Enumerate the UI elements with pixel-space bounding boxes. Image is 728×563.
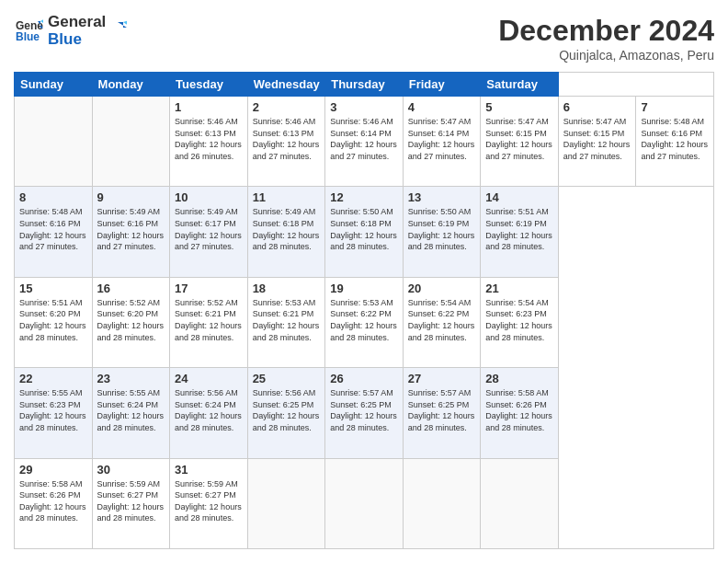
day-info: Sunrise: 5:59 AMSunset: 6:27 PMDaylight:… xyxy=(97,478,165,524)
day-info: Sunrise: 5:49 AMSunset: 6:16 PMDaylight:… xyxy=(97,206,165,252)
location: Quinjalca, Amazonas, Peru xyxy=(498,48,714,63)
day-number: 7 xyxy=(641,100,709,114)
calendar-cell: 9Sunrise: 5:49 AMSunset: 6:16 PMDaylight… xyxy=(92,187,170,277)
day-info: Sunrise: 5:46 AMSunset: 6:14 PMDaylight:… xyxy=(330,116,398,162)
day-number: 16 xyxy=(97,282,165,295)
calendar-cell xyxy=(247,458,325,548)
day-info: Sunrise: 5:48 AMSunset: 6:16 PMDaylight:… xyxy=(19,206,87,252)
calendar: SundayMondayTuesdayWednesdayThursdayFrid… xyxy=(14,72,714,549)
day-number: 22 xyxy=(19,372,87,385)
day-number: 18 xyxy=(253,282,321,295)
day-number: 12 xyxy=(330,190,398,204)
calendar-cell: 14Sunrise: 5:51 AMSunset: 6:19 PMDayligh… xyxy=(481,187,559,277)
calendar-cell: 30Sunrise: 5:59 AMSunset: 6:27 PMDayligh… xyxy=(92,458,170,548)
weekday-header-saturday: Saturday xyxy=(481,73,559,97)
day-number: 4 xyxy=(408,100,476,114)
day-number: 11 xyxy=(253,190,321,204)
calendar-cell: 8Sunrise: 5:48 AMSunset: 6:16 PMDaylight… xyxy=(15,187,93,277)
day-info: Sunrise: 5:57 AMSunset: 6:25 PMDaylight:… xyxy=(330,387,398,433)
day-number: 26 xyxy=(330,372,398,385)
weekday-header-wednesday: Wednesday xyxy=(247,73,325,97)
day-number: 3 xyxy=(330,100,398,114)
calendar-cell: 10Sunrise: 5:49 AMSunset: 6:17 PMDayligh… xyxy=(170,187,248,277)
day-number: 2 xyxy=(253,100,321,114)
day-info: Sunrise: 5:52 AMSunset: 6:20 PMDaylight:… xyxy=(97,297,165,343)
calendar-cell: 13Sunrise: 5:50 AMSunset: 6:19 PMDayligh… xyxy=(403,187,481,277)
calendar-cell: 16Sunrise: 5:52 AMSunset: 6:20 PMDayligh… xyxy=(92,277,170,367)
day-info: Sunrise: 5:46 AMSunset: 6:13 PMDaylight:… xyxy=(175,116,243,162)
calendar-cell: 25Sunrise: 5:56 AMSunset: 6:25 PMDayligh… xyxy=(247,368,325,458)
calendar-cell: 27Sunrise: 5:57 AMSunset: 6:25 PMDayligh… xyxy=(403,368,481,458)
day-number: 5 xyxy=(485,100,553,114)
day-number: 21 xyxy=(485,282,553,295)
day-info: Sunrise: 5:50 AMSunset: 6:18 PMDaylight:… xyxy=(330,206,398,252)
day-number: 1 xyxy=(175,100,243,114)
weekday-header-monday: Monday xyxy=(92,73,170,97)
header: General Blue General Blue December 2024 … xyxy=(14,14,714,63)
calendar-cell: 1Sunrise: 5:46 AMSunset: 6:13 PMDaylight… xyxy=(170,97,248,187)
logo: General Blue General Blue xyxy=(14,14,127,48)
svg-marker-5 xyxy=(123,20,127,26)
day-number: 25 xyxy=(253,372,321,385)
calendar-cell-empty xyxy=(92,97,170,187)
day-info: Sunrise: 5:49 AMSunset: 6:17 PMDaylight:… xyxy=(175,206,243,252)
logo-line1: General xyxy=(48,14,106,31)
weekday-header-tuesday: Tuesday xyxy=(170,73,248,97)
day-info: Sunrise: 5:50 AMSunset: 6:19 PMDaylight:… xyxy=(408,206,476,252)
calendar-cell xyxy=(481,458,559,548)
day-info: Sunrise: 5:52 AMSunset: 6:21 PMDaylight:… xyxy=(175,297,243,343)
day-number: 15 xyxy=(19,282,87,295)
calendar-cell: 19Sunrise: 5:53 AMSunset: 6:22 PMDayligh… xyxy=(325,277,404,367)
calendar-cell: 31Sunrise: 5:59 AMSunset: 6:27 PMDayligh… xyxy=(170,458,248,548)
day-info: Sunrise: 5:46 AMSunset: 6:13 PMDaylight:… xyxy=(253,116,321,162)
day-number: 28 xyxy=(485,372,553,385)
day-info: Sunrise: 5:53 AMSunset: 6:21 PMDaylight:… xyxy=(253,297,321,343)
title-block: December 2024 Quinjalca, Amazonas, Peru xyxy=(498,14,714,63)
logo-icon: General Blue xyxy=(16,16,43,43)
day-info: Sunrise: 5:47 AMSunset: 6:14 PMDaylight:… xyxy=(408,116,476,162)
day-info: Sunrise: 5:58 AMSunset: 6:26 PMDaylight:… xyxy=(485,387,553,433)
day-info: Sunrise: 5:53 AMSunset: 6:22 PMDaylight:… xyxy=(330,297,398,343)
day-number: 17 xyxy=(175,282,243,295)
day-number: 23 xyxy=(97,372,165,385)
day-number: 14 xyxy=(485,190,553,204)
day-info: Sunrise: 5:56 AMSunset: 6:24 PMDaylight:… xyxy=(175,387,243,433)
calendar-cell: 26Sunrise: 5:57 AMSunset: 6:25 PMDayligh… xyxy=(325,368,404,458)
calendar-cell: 3Sunrise: 5:46 AMSunset: 6:14 PMDaylight… xyxy=(325,97,404,187)
calendar-cell: 18Sunrise: 5:53 AMSunset: 6:21 PMDayligh… xyxy=(247,277,325,367)
day-info: Sunrise: 5:51 AMSunset: 6:20 PMDaylight:… xyxy=(19,297,87,343)
calendar-cell: 29Sunrise: 5:58 AMSunset: 6:26 PMDayligh… xyxy=(15,458,93,548)
day-number: 27 xyxy=(408,372,476,385)
calendar-cell: 5Sunrise: 5:47 AMSunset: 6:15 PMDaylight… xyxy=(481,97,559,187)
day-number: 31 xyxy=(175,463,243,477)
day-number: 10 xyxy=(175,190,243,204)
day-info: Sunrise: 5:49 AMSunset: 6:18 PMDaylight:… xyxy=(253,206,321,252)
day-info: Sunrise: 5:55 AMSunset: 6:23 PMDaylight:… xyxy=(19,387,87,433)
month-title: December 2024 xyxy=(498,14,714,48)
day-number: 24 xyxy=(175,372,243,385)
logo-line2: Blue xyxy=(48,31,106,49)
calendar-cell: 17Sunrise: 5:52 AMSunset: 6:21 PMDayligh… xyxy=(170,277,248,367)
page: General Blue General Blue December 2024 … xyxy=(0,0,728,563)
day-info: Sunrise: 5:47 AMSunset: 6:15 PMDaylight:… xyxy=(563,116,631,162)
day-info: Sunrise: 5:54 AMSunset: 6:23 PMDaylight:… xyxy=(485,297,553,343)
day-info: Sunrise: 5:47 AMSunset: 6:15 PMDaylight:… xyxy=(485,116,553,162)
calendar-cell: 4Sunrise: 5:47 AMSunset: 6:14 PMDaylight… xyxy=(403,97,481,187)
calendar-cell: 15Sunrise: 5:51 AMSunset: 6:20 PMDayligh… xyxy=(15,277,93,367)
calendar-cell: 2Sunrise: 5:46 AMSunset: 6:13 PMDaylight… xyxy=(247,97,325,187)
calendar-cell: 23Sunrise: 5:55 AMSunset: 6:24 PMDayligh… xyxy=(92,368,170,458)
day-info: Sunrise: 5:54 AMSunset: 6:22 PMDaylight:… xyxy=(408,297,476,343)
day-number: 9 xyxy=(97,190,165,204)
weekday-header-friday: Friday xyxy=(403,73,481,97)
day-number: 20 xyxy=(408,282,476,295)
calendar-cell xyxy=(403,458,481,548)
calendar-cell: 7Sunrise: 5:48 AMSunset: 6:16 PMDaylight… xyxy=(636,97,714,187)
weekday-header-sunday: Sunday xyxy=(15,73,93,97)
day-info: Sunrise: 5:57 AMSunset: 6:25 PMDaylight:… xyxy=(408,387,476,433)
day-info: Sunrise: 5:58 AMSunset: 6:26 PMDaylight:… xyxy=(19,478,87,524)
day-info: Sunrise: 5:56 AMSunset: 6:25 PMDaylight:… xyxy=(253,387,321,433)
weekday-header-thursday: Thursday xyxy=(325,73,404,97)
day-number: 13 xyxy=(408,190,476,204)
day-info: Sunrise: 5:55 AMSunset: 6:24 PMDaylight:… xyxy=(97,387,165,433)
calendar-cell: 24Sunrise: 5:56 AMSunset: 6:24 PMDayligh… xyxy=(170,368,248,458)
